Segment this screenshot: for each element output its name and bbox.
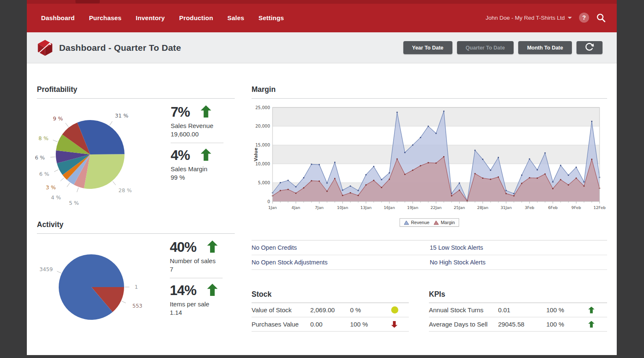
x-tick-label: 31Jan xyxy=(501,205,512,210)
link-open-stock-adjustments[interactable]: No Open Stock Adjustments xyxy=(252,259,430,266)
x-tick-label: 12Feb xyxy=(594,205,606,210)
pie-slice-label: 9 % xyxy=(53,115,63,122)
search-icon[interactable] xyxy=(596,13,606,23)
number-of-sales-value: 7 xyxy=(170,266,237,273)
table-row: Average Days to Sell 29045.58 100 % xyxy=(429,317,607,332)
nav-item-purchases[interactable]: Purchases xyxy=(89,14,122,21)
data-point xyxy=(475,150,476,151)
trend-up-icon xyxy=(207,240,218,253)
pie-slice-label: 6 % xyxy=(35,154,45,161)
legend-revenue[interactable]: Revenue xyxy=(404,220,429,225)
data-point xyxy=(576,178,577,179)
band xyxy=(273,107,600,126)
month-to-date-button[interactable]: Month To Date xyxy=(518,41,572,54)
divider xyxy=(170,278,223,278)
data-point xyxy=(506,190,507,191)
user-menu[interactable]: John Doe - My Red T-Shirts Ltd xyxy=(486,15,572,21)
label-leader-line xyxy=(60,178,64,181)
row-value: 0.01 xyxy=(498,306,546,314)
margin-title: Margin xyxy=(252,85,275,94)
refresh-button[interactable] xyxy=(576,41,602,54)
nav-item-dashboard[interactable]: Dashboard xyxy=(41,14,75,21)
link-high-stock-alerts[interactable]: No High Stock Alerts xyxy=(430,259,607,266)
data-point xyxy=(373,166,374,167)
link-open-credits[interactable]: No Open Credits xyxy=(252,244,430,251)
data-point xyxy=(506,193,507,194)
link-low-stock-alerts[interactable]: 15 Low Stock Alerts xyxy=(430,244,607,251)
nav-item-production[interactable]: Production xyxy=(179,14,213,21)
data-point xyxy=(475,173,476,174)
links-row: No Open Stock Adjustments No High Stock … xyxy=(252,255,607,270)
x-tick-label: 13Jan xyxy=(361,205,372,210)
user-name: John Doe - My Red T-Shirts Ltd xyxy=(486,15,565,21)
data-point xyxy=(545,152,546,154)
data-point xyxy=(334,178,335,179)
data-point xyxy=(280,190,281,191)
nav-right: John Doe - My Red T-Shirts Ltd ? xyxy=(486,4,606,31)
x-tick-label: 10Jan xyxy=(337,205,348,210)
data-point xyxy=(366,184,367,186)
app-logo-cube-icon[interactable] xyxy=(37,39,53,57)
data-point xyxy=(319,164,320,165)
data-point xyxy=(482,178,483,179)
data-point xyxy=(420,137,421,138)
quarter-to-date-button[interactable]: Quarter To Date xyxy=(457,41,514,54)
row-pct: 100 % xyxy=(350,321,391,328)
x-tick-label: 3Feb xyxy=(525,205,534,210)
items-per-sale-value: 1.14 xyxy=(170,309,237,316)
row-label: Value of Stock xyxy=(252,306,310,314)
revenue-area-icon xyxy=(404,220,409,225)
data-point xyxy=(443,111,444,112)
data-point xyxy=(576,167,577,168)
row-pct: 100 % xyxy=(546,321,588,328)
divider xyxy=(37,98,235,99)
nav-item-settings[interactable]: Settings xyxy=(259,14,284,21)
legend-margin-label: Margin xyxy=(441,220,455,225)
sales-revenue-label: Sales Revenue xyxy=(171,122,238,129)
nav-item-sales[interactable]: Sales xyxy=(227,14,244,21)
data-point xyxy=(428,125,429,127)
legend-margin[interactable]: Margin xyxy=(434,220,455,225)
data-point xyxy=(334,162,335,163)
year-to-date-button[interactable]: Year To Date xyxy=(403,41,452,54)
table-row: Annual Stock Turns 0.01 100 % xyxy=(429,303,607,317)
pie-slice-label: 3459 xyxy=(39,266,53,272)
nav-item-inventory[interactable]: Inventory xyxy=(136,14,165,21)
help-icon[interactable]: ? xyxy=(579,13,589,23)
activity-pie-chart: 55334591 xyxy=(24,238,163,339)
data-point xyxy=(381,179,382,180)
data-point xyxy=(280,182,281,183)
data-point xyxy=(350,186,351,187)
pie-slice-label: 4 % xyxy=(51,194,61,201)
row-value: 29045.58 xyxy=(498,321,546,328)
data-point xyxy=(342,195,343,196)
trend-up-icon xyxy=(201,149,211,161)
items-per-sale-pct: 14% xyxy=(170,283,196,297)
data-point xyxy=(537,169,538,170)
label-leader-line xyxy=(110,121,112,125)
x-tick-label: 7Jan xyxy=(315,205,324,210)
sales-margin-pct: 4% xyxy=(171,148,190,162)
chart-legend: Revenue Margin xyxy=(252,218,607,227)
stock-table: Stock Value of Stock 2,069.00 0 % Purcha… xyxy=(252,290,409,332)
data-point xyxy=(584,186,585,187)
pie-slice-label: 31 % xyxy=(115,112,128,119)
nav-items: Dashboard Purchases Inventory Production… xyxy=(41,4,284,31)
x-tick-label: 22Jan xyxy=(431,205,442,210)
x-tick-label: 16Jan xyxy=(384,205,395,210)
row-pct: 100 % xyxy=(546,306,588,314)
x-tick-label: 1Jan xyxy=(268,205,277,210)
label-leader-line xyxy=(53,140,57,142)
margin-area-chart: 05,00010,00015,00020,00025,000Value1Jan4… xyxy=(252,102,607,212)
divider xyxy=(171,143,223,143)
data-point xyxy=(303,187,304,188)
data-point xyxy=(295,193,296,194)
table-row: Purchases Value 0.00 100 % xyxy=(252,317,409,332)
x-tick-label: 19Jan xyxy=(407,205,418,210)
data-point xyxy=(373,180,374,181)
row-label: Average Days to Sell xyxy=(429,321,498,328)
label-leader-line xyxy=(113,181,116,185)
yellow-dot-icon xyxy=(391,306,398,314)
items-per-sale-label: Items per sale xyxy=(170,301,237,308)
data-point xyxy=(358,195,359,196)
